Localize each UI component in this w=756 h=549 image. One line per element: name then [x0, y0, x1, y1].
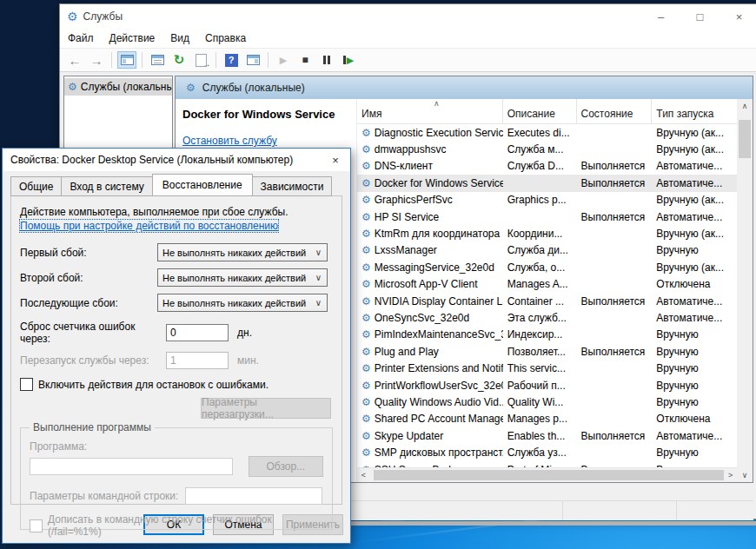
subsequent-failures-label: Последующие сбои:	[20, 297, 157, 309]
dialog-titlebar[interactable]: Свойства: Docker Desktop Service (Локаль…	[3, 149, 350, 171]
dialog-close-icon[interactable]: ×	[321, 149, 350, 171]
append-fail-count-checkbox	[30, 519, 43, 532]
back-icon[interactable]: ←	[65, 51, 84, 69]
stop-service-link[interactable]: Остановить службу	[182, 135, 356, 147]
window-titlebar[interactable]: ⚙ Службы – □ ×	[60, 4, 756, 29]
chevron-down-icon: ∨	[315, 298, 322, 308]
first-failure-dropdown[interactable]: Не выполнять никаких действий ∨	[157, 243, 328, 261]
service-gear-icon: ⚙	[361, 380, 371, 392]
table-row[interactable]: ⚙HP SI ServiceВыполняетсяАвтоматиче...	[357, 208, 737, 225]
refresh-icon[interactable]: ↻	[169, 51, 189, 69]
tab-dependencies[interactable]: Зависимости	[253, 176, 333, 196]
restart-delay-unit: мин.	[237, 354, 259, 367]
vertical-scrollbar[interactable]: ∧ ∨	[737, 99, 753, 482]
table-row[interactable]: ⚙MessagingService_32e0dСлужба, о...Вручн…	[357, 259, 737, 275]
table-row[interactable]: ⚙PrintWorkflowUserSvc_32e0dРабочий п...В…	[357, 377, 737, 394]
recovery-tab-page: Действие компьютера, выполняемое при сбо…	[10, 195, 342, 505]
service-name: KtmRm для координатора ...	[375, 228, 503, 240]
table-row[interactable]: ⚙KtmRm для координатора ...Координи...Вр…	[357, 225, 737, 241]
table-row[interactable]: ⚙Docker for Windows ServiceВыполняетсяАв…	[357, 175, 737, 191]
toolbar-separator	[268, 52, 269, 68]
scroll-up-icon[interactable]: ∧	[737, 99, 753, 113]
service-gear-icon: ⚙	[361, 278, 371, 290]
service-gear-icon: ⚙	[361, 228, 371, 240]
table-row[interactable]: ⚙SSH Server BrokerPart of Mic...Выполняе…	[357, 461, 737, 467]
second-failure-label: Второй сбой:	[20, 272, 157, 284]
tab-logon[interactable]: Вход в систему	[61, 176, 151, 196]
scroll-right-icon[interactable]: >	[724, 471, 737, 480]
properties-icon[interactable]	[148, 51, 167, 69]
help-icon[interactable]: ?	[222, 51, 241, 69]
table-row[interactable]: ⚙PimIndexMaintenanceSvc_3...Индексир...В…	[357, 327, 737, 343]
recovery-help-link[interactable]: Помощь при настройке действий по восстан…	[20, 220, 278, 232]
sort-ascending-icon: ∧	[434, 99, 440, 108]
first-failure-label: Первый сбой:	[20, 247, 157, 259]
toolbar: ← → ↻ ? ▶ ■ ▶	[60, 48, 756, 72]
table-row[interactable]: ⚙Plug and PlayПозволяет...ВыполняетсяВру…	[357, 343, 737, 360]
table-row[interactable]: ⚙Shared PC Account ManagerManages p...От…	[357, 411, 737, 427]
table-row[interactable]: ⚙Quality Windows Audio Vid...Quality Wi.…	[357, 394, 737, 410]
menu-view[interactable]: Вид	[162, 29, 197, 48]
pause-service-icon[interactable]	[317, 51, 336, 69]
export-list-icon[interactable]	[191, 51, 210, 69]
restart-service-icon[interactable]: ▶	[339, 51, 358, 69]
stop-service-icon[interactable]: ■	[295, 51, 315, 69]
enable-failure-actions-checkbox[interactable]	[20, 378, 33, 391]
toolbar-separator	[111, 52, 112, 68]
table-row[interactable]: ⚙Printer Extensions and Notif...This ser…	[357, 360, 737, 376]
service-name: Skype Updater	[375, 430, 443, 442]
table-row[interactable]: ⚙Diagnostic Execution ServiceExecutes di…	[357, 124, 737, 141]
service-name: GraphicsPerfSvc	[375, 194, 453, 206]
service-name: PimIndexMaintenanceSvc_3...	[375, 328, 503, 341]
tab-general[interactable]: Общие	[10, 176, 61, 196]
table-row[interactable]: ⚙NVIDIA Display Container LSContainer ..…	[357, 293, 737, 309]
column-header-name[interactable]: Имя	[357, 99, 503, 123]
show-action-pane-icon[interactable]	[243, 51, 262, 69]
table-row[interactable]: ⚙LxssManagerСлужба ди...Вручную	[357, 242, 737, 259]
list-column-headers: ∧ Имя Описание Состояние Тип запуска	[357, 99, 737, 124]
menu-file[interactable]: Файл	[60, 29, 102, 48]
second-failure-dropdown[interactable]: Не выполнять никаких действий ∨	[157, 268, 328, 287]
append-fail-count-label: Дописать в командную строку счетчик ошиб…	[48, 513, 323, 538]
column-header-description[interactable]: Описание	[503, 99, 577, 123]
reset-counter-input[interactable]: 0	[166, 324, 229, 341]
table-row[interactable]: ⚙DNS-клиентСлужба D...ВыполняетсяАвтомат…	[357, 158, 737, 175]
minimize-button[interactable]: –	[641, 4, 680, 29]
tree-item-services-local[interactable]: ⚙ Службы (локальные)	[64, 78, 172, 96]
service-properties-dialog: Свойства: Docker Desktop Service (Локаль…	[2, 148, 351, 544]
table-row[interactable]: ⚙SMP дисковых пространст...Служба уз...В…	[357, 444, 737, 460]
service-gear-icon: ⚙	[361, 312, 371, 324]
service-gear-icon: ⚙	[68, 81, 77, 93]
dialog-tabs: Общие Вход в систему Восстановление Зави…	[3, 171, 350, 196]
table-row[interactable]: ⚙Microsoft App-V ClientManages A...Отклю…	[357, 276, 737, 293]
table-row[interactable]: ⚙Skype UpdaterEnables th...ВыполняетсяАв…	[357, 427, 737, 444]
services-app-icon: ⚙	[67, 10, 78, 23]
column-header-startup-type[interactable]: Тип запуска	[652, 99, 737, 123]
tab-recovery[interactable]: Восстановление	[152, 174, 253, 196]
menu-action[interactable]: Действие	[102, 29, 163, 48]
browse-button: Обзор...	[249, 456, 323, 477]
restart-delay-label: Перезапуск службы через:	[20, 354, 166, 367]
service-gear-icon: ⚙	[361, 295, 371, 308]
maximize-button[interactable]: □	[680, 4, 720, 29]
service-gear-icon: ⚙	[186, 82, 196, 94]
chevron-down-icon: ∨	[315, 248, 322, 257]
subsequent-failures-dropdown[interactable]: Не выполнять никаких действий ∨	[157, 294, 328, 312]
table-row[interactable]: ⚙OneSyncSvc_32e0dЭта служб...Автоматиче.…	[357, 309, 737, 326]
horizontal-scroll-thumb[interactable]	[374, 470, 724, 480]
horizontal-scrollbar[interactable]: < >	[357, 467, 737, 482]
table-row[interactable]: ⚙GraphicsPerfSvcGraphics p...Вручную (ак…	[357, 192, 737, 208]
close-button[interactable]: ×	[720, 4, 756, 29]
column-header-status[interactable]: Состояние	[577, 99, 653, 123]
menu-help[interactable]: Справка	[197, 29, 254, 48]
scroll-left-icon[interactable]: <	[357, 471, 370, 480]
start-service-icon[interactable]: ▶	[274, 51, 293, 69]
table-row[interactable]: ⚙dmwappushsvcСлужба м...Вручную (ак...	[357, 141, 737, 157]
service-gear-icon: ⚙	[361, 177, 371, 189]
detail-pane-header: ⚙ Службы (локальные)	[176, 76, 753, 99]
show-console-tree-icon[interactable]	[117, 51, 136, 69]
service-name: OneSyncSvc_32e0d	[375, 312, 469, 324]
forward-icon[interactable]: →	[87, 51, 106, 69]
vertical-scroll-thumb[interactable]	[739, 120, 751, 158]
scroll-down-icon[interactable]: ∨	[737, 468, 753, 482]
